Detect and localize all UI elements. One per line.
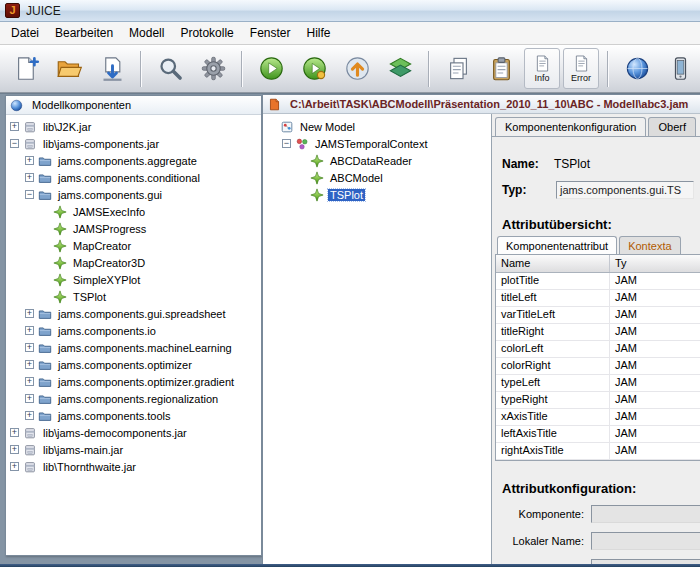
tree-item-jams-components-regionalization[interactable]: +jams.components.regionalization (6, 390, 261, 407)
tree-item-label: MapCreator3D (71, 257, 147, 269)
column-header-ty[interactable]: Ty (610, 255, 700, 272)
menu-modell[interactable]: Modell (121, 22, 172, 44)
info-log-button[interactable]: Info (524, 48, 560, 89)
attr-row-plottitle[interactable]: plotTitleJAM (496, 273, 700, 290)
expand-toggle-icon[interactable]: + (10, 428, 19, 437)
jar-icon (23, 426, 37, 440)
tree-item-jamsexecinfo[interactable]: JAMSExecInfo (6, 203, 261, 220)
tree-item-abcdatareader[interactable]: ABCDataReader (263, 152, 491, 169)
tree-item-simplexyplot[interactable]: SimpleXYPlot (6, 271, 261, 288)
attr-row-xaxistitle[interactable]: xAxisTitleJAM (496, 409, 700, 426)
tree-item-lib-thornthwaite-jar[interactable]: +lib\Thornthwaite.jar (6, 458, 261, 475)
tree-indent (40, 275, 49, 284)
expand-toggle-icon[interactable]: + (25, 411, 34, 420)
attr-row-leftaxistitle[interactable]: leftAxisTitleJAM (496, 426, 700, 443)
new-model-button[interactable] (6, 48, 46, 89)
run-model-alt-button[interactable] (294, 48, 334, 89)
tree-item-jams-components-optimizer[interactable]: +jams.components.optimizer (6, 356, 261, 373)
tree-item-jams-components-machinelearning[interactable]: +jams.components.machineLearning (6, 339, 261, 356)
tree-item-jams-components-optimizer-gradient[interactable]: +jams.components.optimizer.gradient (6, 373, 261, 390)
expand-toggle-icon[interactable]: + (25, 156, 34, 165)
expand-toggle-icon[interactable]: + (25, 326, 34, 335)
field-input-lokaler-name[interactable] (591, 532, 700, 550)
component-icon (53, 256, 67, 270)
field-label-komponente: Komponente: (502, 508, 584, 520)
tab-kontextattribut[interactable]: Kontexta (619, 236, 680, 254)
tree-item-lib-jams-components-jar[interactable]: −lib\jams-components.jar (6, 135, 261, 152)
expand-toggle-icon[interactable]: + (25, 343, 34, 352)
attr-row-typeright[interactable]: typeRightJAM (496, 392, 700, 409)
collapse-toggle-icon[interactable]: − (10, 139, 19, 148)
collapse-toggle-icon[interactable]: − (25, 190, 34, 199)
attr-cell: typeRight (496, 392, 610, 408)
tree-item-jams-components-aggregate[interactable]: +jams.components.aggregate (6, 152, 261, 169)
tree-item-jams-components-io[interactable]: +jams.components.io (6, 322, 261, 339)
expand-toggle-icon[interactable]: + (10, 462, 19, 471)
tree-item-mapcreator[interactable]: MapCreator (6, 237, 261, 254)
tree-item-jams-components-tools[interactable]: +jams.components.tools (6, 407, 261, 424)
tree-item-tsplot[interactable]: TSPlot (263, 186, 491, 203)
attr-row-colorright[interactable]: colorRightJAM (496, 358, 700, 375)
expand-toggle-icon[interactable]: + (25, 360, 34, 369)
save-model-button[interactable] (92, 48, 132, 89)
attr-cell: colorLeft (496, 341, 610, 357)
attr-row-typeleft[interactable]: typeLeftJAM (496, 375, 700, 392)
model-file-icon (268, 98, 281, 111)
tree-item-lib-jams-democomponents-jar[interactable]: +lib\jams-democomponents.jar (6, 424, 261, 441)
attr-row-rightaxistitle[interactable]: rightAxisTitleJAM (496, 443, 700, 460)
attr-cell: JAM (610, 341, 700, 357)
attr-row-colorleft[interactable]: colorLeftJAM (496, 341, 700, 358)
attr-row-titleleft[interactable]: titleLeftJAM (496, 290, 700, 307)
tree-item-abcmodel[interactable]: ABCModel (263, 169, 491, 186)
menu-fenster[interactable]: Fenster (242, 22, 299, 44)
expand-toggle-icon[interactable]: + (25, 377, 34, 386)
expand-toggle-icon[interactable]: + (25, 394, 34, 403)
type-value-field[interactable]: jams.components.gui.TS (556, 181, 694, 199)
clipboard-button[interactable] (481, 48, 521, 89)
copy-docs-button[interactable] (438, 48, 478, 89)
tab-komponentenattribut[interactable]: Komponentenattribut (497, 236, 617, 254)
tree-item-jams-components-conditional[interactable]: +jams.components.conditional (6, 169, 261, 186)
menu-protokolle[interactable]: Protokolle (172, 22, 241, 44)
tree-item-new-model[interactable]: New Model (263, 118, 491, 135)
menu-datei[interactable]: Datei (3, 22, 47, 44)
expand-toggle-icon[interactable]: + (25, 309, 34, 318)
error-log-button[interactable]: Error (563, 48, 599, 89)
attr-cell: typeLeft (496, 375, 610, 391)
menu-hilfe[interactable]: Hilfe (298, 22, 338, 44)
attr-row-vartitleleft[interactable]: varTitleLeftJAM (496, 307, 700, 324)
field-input-komponente[interactable] (591, 505, 700, 523)
tree-item-mapcreator3d[interactable]: MapCreator3D (6, 254, 261, 271)
tree-item-jamsprogress[interactable]: JAMSProgress (6, 220, 261, 237)
column-header-name[interactable]: Name (496, 255, 610, 272)
tree-item-lib-jams-main-jar[interactable]: +lib\jams-main.jar (6, 441, 261, 458)
settings-button[interactable] (193, 48, 233, 89)
expand-toggle-icon[interactable]: + (10, 445, 19, 454)
tree-item-jams-components-gui-spreadsheet[interactable]: +jams.components.gui.spreadsheet (6, 305, 261, 322)
attr-row-titleright[interactable]: titleRightJAM (496, 324, 700, 341)
upload-button[interactable] (337, 48, 377, 89)
expand-toggle-icon[interactable]: + (25, 173, 34, 182)
tree-item-jamstemporalcontext[interactable]: −JAMSTemporalContext (263, 135, 491, 152)
tree-item-lib-j2k-jar[interactable]: +lib\J2K.jar (6, 118, 261, 135)
context-icon (295, 137, 309, 151)
web-button[interactable] (617, 48, 657, 89)
run-model-button[interactable] (251, 48, 291, 89)
tree-item-jams-components-gui[interactable]: −jams.components.gui (6, 186, 261, 203)
search-button[interactable] (150, 48, 190, 89)
gis-layers-button[interactable] (380, 48, 420, 89)
collapse-toggle-icon[interactable]: − (282, 139, 291, 148)
tree-item-label: lib\jams-democomponents.jar (41, 427, 189, 439)
tree-indent (40, 258, 49, 267)
tree-indent (40, 241, 49, 250)
tab-oberflaeche[interactable]: Oberf (648, 117, 696, 136)
name-value-field[interactable]: TSPlot (554, 157, 590, 171)
device-button[interactable] (660, 48, 700, 89)
tab-komponentenkonfiguration[interactable]: Komponentenkonfiguration (495, 117, 646, 136)
tree-indent (297, 173, 306, 182)
open-model-button[interactable] (49, 48, 89, 89)
expand-toggle-icon[interactable]: + (10, 122, 19, 131)
menu-bearbeiten[interactable]: Bearbeiten (47, 22, 121, 44)
tree-item-tsplot[interactable]: TSPlot (6, 288, 261, 305)
attr-cell: titleRight (496, 324, 610, 340)
